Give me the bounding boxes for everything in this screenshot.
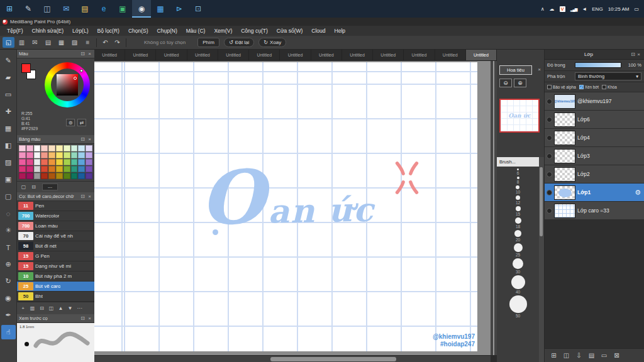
brush-size-option[interactable]: 15 (516, 206, 521, 216)
palette-swatch[interactable] (48, 145, 55, 151)
redo-button[interactable]: ↷ (111, 37, 123, 48)
layer-visibility-dot[interactable] (547, 208, 552, 214)
document-tab[interactable]: Untitled (342, 50, 373, 60)
mail-app-icon[interactable]: ✉ (57, 0, 75, 18)
tray-expand-icon[interactable]: ∧ (541, 6, 545, 12)
brush-item[interactable]: 700Loan màu (17, 221, 94, 231)
lasso-tool-icon[interactable]: ◌ (1, 206, 16, 221)
hand-tool-icon[interactable]: ☝ (1, 325, 16, 339)
menu-item-3[interactable]: Bộ lọc(R) (93, 28, 124, 34)
palette-swatch[interactable] (19, 145, 26, 151)
dock-icon[interactable]: ⊡ (630, 52, 636, 57)
panel-layout-2-icon[interactable]: ▦ (55, 37, 67, 48)
brush-item[interactable]: 50Bht (17, 292, 94, 302)
eraser-tool-icon[interactable]: ▰ (1, 70, 16, 85)
language-indicator[interactable]: ENG (592, 6, 602, 12)
brush-item[interactable]: 11Pen (17, 201, 94, 211)
palette-swatch[interactable] (48, 166, 55, 172)
scrollbar-thumb[interactable] (270, 357, 396, 361)
palette-swatch[interactable] (48, 152, 55, 158)
document-tab[interactable]: Untitled (435, 50, 466, 60)
palette-swatch[interactable] (86, 152, 92, 158)
dock-icon[interactable]: ⊡ (80, 136, 86, 142)
palette-swatch[interactable] (19, 173, 26, 179)
blend-mode-select[interactable]: Bình thường ▾ (575, 72, 641, 80)
layer-list-button[interactable]: ▤ (587, 351, 596, 359)
palette-swatch[interactable] (86, 173, 92, 179)
layer-visibility-dot[interactable] (547, 172, 552, 177)
menu-item-2[interactable]: Lớp(L) (68, 28, 92, 34)
dock-icon[interactable]: ⊡ (80, 315, 86, 321)
gradient-tool-icon[interactable]: ▨ (1, 155, 16, 170)
menu-item-1[interactable]: Chỉnh sửa(E) (28, 28, 69, 34)
document-tab[interactable]: Untitled (466, 50, 497, 60)
document-tab[interactable]: Untitled (404, 50, 435, 60)
brush-down-button[interactable]: ▼ (66, 304, 74, 312)
menu-item-7[interactable]: Xem(V) (209, 28, 236, 34)
vlc-icon[interactable]: V (560, 6, 565, 12)
palette-swatch[interactable] (41, 145, 48, 151)
volume-icon[interactable]: ◄ (582, 6, 587, 12)
search-app-icon[interactable]: ✎ (19, 0, 38, 18)
chrome-app-icon[interactable]: ◉ (132, 0, 151, 18)
horizontal-scrollbar[interactable] (94, 355, 491, 362)
start-button[interactable]: ⊞ (0, 0, 19, 18)
layer-settings-icon[interactable]: ⚙ (635, 189, 641, 197)
brush-size-option[interactable]: 10 (516, 185, 520, 194)
palette-swatch[interactable] (41, 152, 48, 158)
brush-size-option[interactable]: 40 (511, 275, 525, 294)
palette-swatch[interactable] (26, 145, 33, 151)
palette-swatch[interactable] (34, 173, 41, 179)
document-tab[interactable]: Untitled (280, 50, 311, 60)
layer-option-clip[interactable]: ✓Xén bớt (579, 85, 599, 89)
close-icon[interactable]: × (87, 315, 92, 321)
palette-swatch[interactable] (26, 166, 33, 172)
brush-up-button[interactable]: ▲ (57, 304, 65, 312)
palette-swatch[interactable] (41, 166, 48, 172)
color-wheel[interactable] (45, 62, 90, 107)
delete-brush-button[interactable]: ⊟ (38, 304, 46, 312)
picker-tool-icon[interactable]: ⊕ (1, 257, 16, 272)
palette-swatch[interactable] (34, 152, 41, 158)
palette-swatch[interactable] (86, 159, 92, 165)
explorer-app-icon[interactable]: ▤ (75, 0, 94, 18)
brush-item[interactable]: 15Dạng như vẽ mi (17, 261, 94, 272)
palette-swatch[interactable] (48, 159, 55, 165)
scrollbar-thumb[interactable] (540, 167, 543, 236)
size-scrollbar[interactable] (539, 157, 544, 362)
navigator-thumbnail[interactable]: Oan ức (499, 99, 540, 133)
brush-tool-icon[interactable]: ✎ (1, 53, 16, 68)
rotate-button[interactable]: ↻Xoay (258, 38, 286, 47)
palette-swatch[interactable] (26, 152, 33, 158)
duplicate-layer-button[interactable]: ◫ (562, 351, 570, 359)
palette-swatch[interactable] (64, 173, 70, 179)
canvas[interactable]: Oan ức @khiemvu197 #hoidap247 (94, 62, 477, 351)
photos-app-icon[interactable]: ▦ (151, 0, 170, 18)
undo-button[interactable]: ↶ (99, 37, 111, 48)
text-tool-icon[interactable]: T (1, 240, 16, 255)
layer-item[interactable]: Lớp caro =33 (545, 202, 644, 220)
palette-swatch[interactable] (56, 145, 63, 151)
layer-item[interactable]: Lớp3 (545, 147, 644, 165)
palette-preset-select[interactable]: --- (42, 184, 58, 190)
navigator-title[interactable]: Hoa tiêu (499, 65, 532, 75)
add-layer-button[interactable]: ⊞ (550, 351, 558, 359)
swap-colors-button[interactable]: ⇄ (77, 119, 86, 126)
onedrive-icon[interactable]: ☁ (550, 6, 555, 12)
layer-option-alpha[interactable]: Bảo vệ alpha (547, 85, 576, 89)
layer-visibility-dot[interactable] (547, 153, 552, 159)
brush-item[interactable]: 70Cái này để vẽ nh (17, 231, 94, 241)
layer-visibility-dot[interactable] (547, 190, 552, 195)
layer-item[interactable]: Lớp2 (545, 165, 644, 184)
layer-option-lock[interactable]: Khóa (602, 85, 617, 89)
shape-tool-icon[interactable]: ▣ (1, 172, 16, 187)
document-tab[interactable]: Untitled (249, 50, 280, 60)
menu-item-8[interactable]: Công cụ(T) (236, 28, 272, 34)
menu-item-11[interactable]: Help (330, 28, 350, 34)
document-tab[interactable]: Untitled (373, 50, 404, 60)
phim-button[interactable]: Phím (197, 38, 219, 47)
menu-item-10[interactable]: Cloud (307, 28, 330, 34)
brush-size-option[interactable]: 18 (515, 217, 521, 229)
palette-swatch[interactable] (78, 166, 85, 172)
wand-tool-icon[interactable]: ✳ (1, 223, 16, 238)
